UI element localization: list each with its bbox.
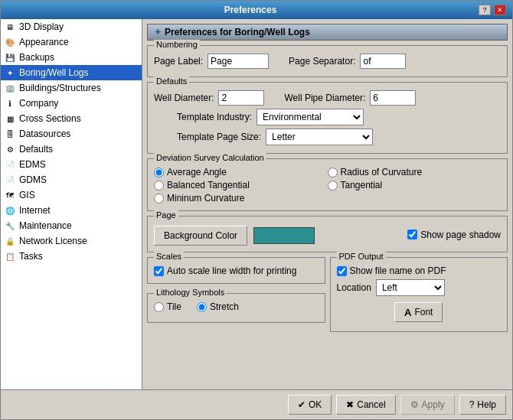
scales-label: Scales: [154, 252, 184, 261]
show-filename-checkbox[interactable]: [337, 266, 347, 276]
sidebar-item-network-license[interactable]: 🔒 Network License: [1, 233, 142, 249]
template-industry-select[interactable]: Environmental Geotechnical: [256, 109, 364, 125]
help-title-btn[interactable]: ?: [479, 5, 491, 15]
show-shadow-row: Show page shadow: [407, 230, 501, 240]
help-button[interactable]: ? Help: [459, 395, 506, 415]
radio-tangential-input[interactable]: [328, 181, 338, 190]
bottom-bar: ✔ OK ✖ Cancel ⚙ Apply ? Help: [1, 389, 512, 419]
template-industry-row: Template Industry: Environmental Geotech…: [154, 109, 501, 125]
lithology-group: Lithology Symbols Tile Stretch: [147, 293, 325, 323]
radio-stretch: Stretch: [197, 301, 239, 312]
deviation-group: Deviation Survey Calculation Average Ang…: [147, 158, 508, 211]
radio-balanced-tangential: Balanced Tangential: [154, 180, 328, 190]
help-icon: ?: [469, 399, 475, 410]
sidebar-item-cross-sections[interactable]: ▦ Cross Sections: [1, 111, 142, 126]
font-btn[interactable]: A Font: [394, 302, 443, 322]
sidebar-item-defaults[interactable]: ⚙ Defaults: [1, 142, 142, 157]
location-row: Location Left Center Right: [337, 279, 502, 296]
radio-average-angle-label: Average Angle: [167, 167, 227, 177]
sidebar-item-company[interactable]: ℹ Company: [1, 96, 142, 111]
sidebar-item-datasources[interactable]: 🗄 Datasources: [1, 126, 142, 142]
location-select[interactable]: Left Center Right: [376, 279, 445, 296]
show-filename-row: Show file name on PDF: [337, 265, 502, 276]
defaults-icon: ⚙: [4, 143, 16, 155]
ok-checkmark-icon: ✔: [298, 399, 306, 410]
auto-scale-label: Auto scale line width for printing: [167, 265, 296, 276]
radio-average-angle: Average Angle: [154, 167, 328, 177]
cancel-x-icon: ✖: [346, 399, 354, 410]
radio-radius-curvature: Radius of Curvature: [328, 167, 502, 177]
sidebar-item-tasks[interactable]: 📋 Tasks: [1, 249, 142, 264]
company-icon: ℹ: [4, 97, 16, 109]
radio-tile-label: Tile: [167, 301, 181, 312]
radio-tile-input[interactable]: [154, 302, 164, 312]
template-page-size-select[interactable]: Letter A4 Legal: [266, 129, 373, 145]
radio-minimum-curvature-label: Mininum Curvature: [167, 193, 244, 203]
well-diameter-input[interactable]: [218, 90, 264, 106]
sidebar-item-boring-well-logs[interactable]: ✦ Boring/Well Logs: [1, 65, 142, 80]
help-label: Help: [477, 399, 496, 410]
sidebar-item-backups[interactable]: 💾 Backups: [1, 50, 142, 65]
show-shadow-checkbox[interactable]: [407, 230, 417, 239]
sidebar-item-label: Cross Sections: [19, 113, 81, 124]
sidebar-item-gis[interactable]: 🗺 GIS: [1, 187, 142, 203]
location-label: Location: [337, 282, 371, 293]
well-pipe-diameter-input[interactable]: [370, 90, 416, 106]
auto-scale-checkbox[interactable]: [154, 266, 164, 276]
close-title-btn[interactable]: ✕: [494, 5, 506, 15]
buildings-icon: 🏢: [4, 82, 16, 94]
sidebar-item-label: Defaults: [19, 144, 53, 155]
radio-tangential: Tangential: [328, 180, 502, 190]
3d-display-icon: 🖥: [4, 21, 16, 33]
network-license-icon: 🔒: [4, 235, 16, 247]
sidebar-item-label: Internet: [19, 205, 51, 216]
apply-icon: ⚙: [410, 399, 419, 410]
sidebar-item-label: GDMS: [19, 174, 47, 185]
radio-minimum-curvature-input[interactable]: [154, 194, 164, 203]
font-btn-label: Font: [414, 307, 433, 317]
panel-header-title: Preferences for Boring/Well Logs: [165, 27, 310, 37]
scales-group: Scales Auto scale line width for printin…: [147, 257, 325, 284]
datasources-icon: 🗄: [4, 128, 16, 140]
ok-button[interactable]: ✔ OK: [288, 395, 332, 415]
sidebar-item-label: Buildings/Structures: [19, 83, 101, 93]
show-shadow-label: Show page shadow: [420, 230, 501, 240]
sidebar-item-3d-display[interactable]: 🖥 3D Display: [1, 19, 142, 34]
sidebar-item-buildings-structures[interactable]: 🏢 Buildings/Structures: [1, 80, 142, 96]
apply-button[interactable]: ⚙ Apply: [400, 395, 455, 415]
sidebar-item-label: Boring/Well Logs: [19, 67, 89, 78]
radio-tile: Tile: [154, 301, 181, 312]
radio-balanced-tangential-input[interactable]: [154, 181, 164, 190]
sidebar-item-label: Maintenance: [19, 220, 72, 231]
sidebar-item-maintenance[interactable]: 🔧 Maintenance: [1, 218, 142, 233]
sidebar-item-gdms[interactable]: 📄 GDMS: [1, 172, 142, 187]
sidebar-item-appearance[interactable]: 🎨 Appearance: [1, 34, 142, 50]
numbering-group: Numbering Page Label: Page Separator:: [147, 45, 508, 77]
sidebar-item-internet[interactable]: 🌐 Internet: [1, 203, 142, 218]
color-swatch[interactable]: [253, 227, 315, 244]
defaults-group: Defaults Well Diameter: Well Pipe Diamet…: [147, 82, 508, 154]
sidebar-item-label: Appearance: [19, 37, 69, 47]
deviation-col-left: Average Angle Balanced Tangential Mininu…: [154, 167, 328, 206]
numbering-label: Numbering: [154, 40, 200, 49]
radio-stretch-input[interactable]: [197, 302, 207, 312]
sidebar-item-edms[interactable]: 📄 EDMS: [1, 157, 142, 172]
cancel-button[interactable]: ✖ Cancel: [336, 395, 395, 415]
sidebar-item-label: Datasources: [19, 129, 70, 139]
page-label-input[interactable]: [207, 54, 269, 69]
content-panel: ✦ Preferences for Boring/Well Logs Numbe…: [142, 19, 512, 389]
page-separator-input[interactable]: [360, 54, 406, 69]
radio-balanced-tangential-label: Balanced Tangential: [167, 180, 250, 190]
cancel-label: Cancel: [357, 399, 385, 410]
background-color-btn[interactable]: Background Color: [154, 226, 247, 246]
show-filename-label: Show file name on PDF: [350, 265, 446, 276]
radio-radius-curvature-input[interactable]: [328, 168, 338, 177]
pdf-output-group: PDF Output Show file name on PDF Locatio…: [330, 257, 508, 332]
apply-label: Apply: [422, 399, 445, 410]
radio-radius-curvature-label: Radius of Curvature: [341, 167, 423, 177]
panel-header-icon: ✦: [154, 27, 162, 37]
radio-average-angle-input[interactable]: [154, 168, 164, 177]
boring-well-logs-icon: ✦: [4, 67, 16, 79]
sidebar-item-label: Network License: [19, 236, 87, 246]
lithology-label: Lithology Symbols: [154, 288, 227, 297]
